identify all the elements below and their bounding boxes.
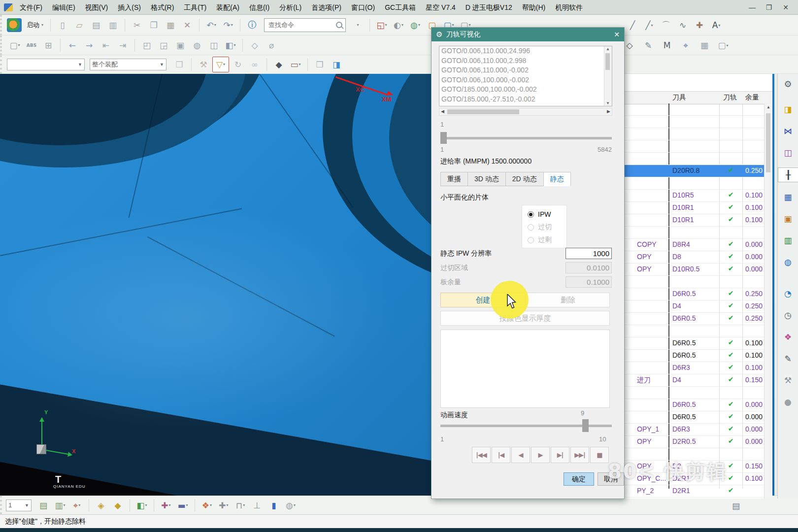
- render-style-icon[interactable]: ◍▾: [407, 18, 423, 33]
- radio-circle-icon[interactable]: [528, 237, 534, 243]
- text-tool-icon[interactable]: A▾: [708, 18, 724, 33]
- operation-row-18[interactable]: [622, 325, 764, 337]
- operation-row-22[interactable]: 进刀D4✔0.150: [622, 374, 764, 387]
- operation-navigator-icon[interactable]: ╂: [778, 167, 798, 182]
- operation-row-13[interactable]: OPYD10R0.5✔0.000: [622, 264, 764, 276]
- knowledge-icon[interactable]: ◔: [781, 287, 796, 300]
- goto-horizontal-scrollbar[interactable]: ◀ ▶: [439, 108, 612, 116]
- wrench-filter-icon[interactable]: ⚒: [196, 57, 211, 72]
- operation-row-8[interactable]: D10R1✔0.100: [622, 202, 764, 214]
- measure-diameter-icon[interactable]: ⌀: [264, 38, 279, 53]
- dropdown-caret-icon[interactable]: ▾: [145, 503, 147, 507]
- reflect-analysis-icon[interactable]: ◧▾: [134, 498, 150, 513]
- menu-item-5[interactable]: 工具(T): [179, 0, 211, 15]
- wcs-icon[interactable]: ⌖: [678, 38, 694, 53]
- scroll-up-icon[interactable]: ▲: [766, 105, 770, 109]
- paste-icon[interactable]: ▦: [163, 18, 178, 33]
- work-layer-combo[interactable]: 1▼: [6, 499, 32, 511]
- goto-line[interactable]: GOTO/0.006,100.000,-0.002: [439, 75, 612, 85]
- operation-row-1[interactable]: [622, 116, 764, 128]
- dropdown-caret-icon[interactable]: ▾: [223, 62, 225, 66]
- dropdown-caret-icon[interactable]: ▾: [651, 23, 653, 28]
- dropdown-caret-icon[interactable]: ▾: [452, 23, 454, 27]
- polyline-tool-icon[interactable]: ╱▾: [641, 18, 657, 33]
- operation-row-19[interactable]: D6R0.5✔0.100: [622, 337, 764, 350]
- dropdown-caret-icon[interactable]: ▾: [231, 23, 233, 27]
- constraint-navigator-icon[interactable]: ⋈: [781, 124, 796, 138]
- restore-button[interactable]: ❐: [765, 3, 773, 11]
- dimension-icon[interactable]: ✚▾: [158, 498, 174, 513]
- operation-row-23[interactable]: [622, 387, 764, 399]
- dropdown-caret-icon[interactable]: ▾: [210, 503, 212, 507]
- step-forward-button[interactable]: ▶|: [551, 447, 569, 463]
- point-tool-icon[interactable]: ✚: [692, 18, 707, 33]
- selection-type-combo[interactable]: ▼: [7, 59, 85, 70]
- radio-option-过剩[interactable]: 过剩: [528, 233, 566, 246]
- menu-item-9[interactable]: 首选项(P): [306, 0, 346, 15]
- column-header-tool[interactable]: 刀具: [672, 93, 686, 102]
- menu-item-1[interactable]: 编辑(E): [47, 0, 80, 15]
- menu-item-10[interactable]: 窗口(O): [346, 0, 380, 15]
- operation-row-6[interactable]: [622, 177, 764, 190]
- abs-csys-icon[interactable]: ABS: [24, 38, 39, 53]
- layer-settings-icon[interactable]: ▤: [35, 498, 51, 513]
- dropdown-caret-icon[interactable]: ▾: [299, 62, 301, 66]
- search-icon[interactable]: [336, 22, 342, 28]
- dropdown-caret-icon[interactable]: ▾: [169, 503, 171, 507]
- rect-select-icon[interactable]: ▭▾: [288, 57, 303, 72]
- tab-重播[interactable]: 重播: [440, 172, 468, 186]
- cut-icon[interactable]: ✂: [129, 18, 145, 33]
- dropdown-caret-icon[interactable]: ▾: [243, 503, 245, 507]
- visualization-icon[interactable]: ❖: [781, 330, 796, 344]
- menu-item-0[interactable]: 文件(F): [15, 0, 47, 15]
- undo-icon[interactable]: ↶▾: [203, 18, 219, 33]
- dialog-close-icon[interactable]: ✕: [614, 31, 620, 38]
- column-header-stock[interactable]: 余量: [745, 93, 759, 102]
- ruler-icon[interactable]: ▬▾: [175, 498, 191, 513]
- datum-display-icon[interactable]: ◇: [247, 38, 263, 53]
- pattern-icon[interactable]: ⊞: [40, 38, 56, 53]
- book-blue-icon[interactable]: ▮: [266, 498, 282, 513]
- snapshot-cube-icon[interactable]: ❒: [312, 57, 328, 72]
- selection-filter-icon[interactable]: ▽▾: [212, 57, 229, 72]
- glass-cube-icon[interactable]: ◨: [329, 57, 344, 72]
- menu-item-7[interactable]: 信息(I): [244, 0, 274, 15]
- dropdown-caret-icon[interactable]: ▾: [214, 23, 216, 27]
- dialog-title-bar[interactable]: ⚙ 刀轨可视化 ✕: [432, 28, 624, 41]
- speed-slider-handle[interactable]: [582, 419, 589, 432]
- forward-icon[interactable]: →: [81, 38, 97, 53]
- fit-view-icon[interactable]: ◱▾: [374, 18, 390, 33]
- scrollbar-thumb[interactable]: [447, 109, 519, 114]
- goto-line[interactable]: GOTO/185.000,100.000,-0.002: [439, 85, 612, 95]
- operation-row-26[interactable]: OPY_1D6R3✔0.000: [622, 424, 764, 436]
- menu-item-6[interactable]: 装配(A): [211, 0, 244, 15]
- section-view-icon[interactable]: ◧▾: [223, 38, 238, 53]
- operation-row-16[interactable]: D4✔0.250: [622, 300, 764, 313]
- menu-item-8[interactable]: 分析(L): [274, 0, 306, 15]
- goto-vertical-scrollbar[interactable]: ▲ ▼: [604, 46, 612, 106]
- shaded-view-icon[interactable]: ◐▾: [391, 18, 406, 33]
- operation-row-12[interactable]: OPYD8✔0.000: [622, 251, 764, 264]
- menu-item-11[interactable]: GC工具箱: [380, 0, 421, 15]
- menu-item-3[interactable]: 插入(S): [113, 0, 146, 15]
- radio-circle-icon[interactable]: [528, 211, 534, 218]
- macro-icon[interactable]: ⚒: [781, 373, 796, 387]
- tab-2D 动态[interactable]: 2D 动态: [506, 172, 544, 186]
- redo-icon[interactable]: ↷▾: [220, 18, 236, 33]
- goto-statement-list[interactable]: GOTO/0.006,110.000,24.996GOTO/0.006,110.…: [439, 46, 612, 106]
- stop-button[interactable]: ■: [590, 447, 609, 463]
- operation-row-24[interactable]: D6R0.5✔0.000: [622, 399, 764, 411]
- scroll-left-icon[interactable]: ◀: [441, 109, 444, 114]
- delete-icon[interactable]: ✕: [179, 18, 195, 33]
- ok-button[interactable]: 确定: [564, 472, 594, 486]
- dropdown-caret-icon[interactable]: ▾: [294, 503, 296, 507]
- status-tray-icon[interactable]: ▤: [728, 499, 744, 513]
- dropdown-caret-icon[interactable]: ▾: [727, 43, 729, 48]
- library-icon[interactable]: ▥: [781, 233, 796, 247]
- operation-row-15[interactable]: D6R0.5✔0.250: [622, 288, 764, 300]
- operation-row-14[interactable]: [622, 276, 764, 288]
- menu-item-12[interactable]: 星空 V7.4: [421, 0, 461, 15]
- table-scrollbar[interactable]: ▲: [764, 103, 772, 499]
- dropdown-caret-icon[interactable]: ▾: [418, 23, 420, 27]
- window-icon[interactable]: ▢▾: [715, 38, 731, 53]
